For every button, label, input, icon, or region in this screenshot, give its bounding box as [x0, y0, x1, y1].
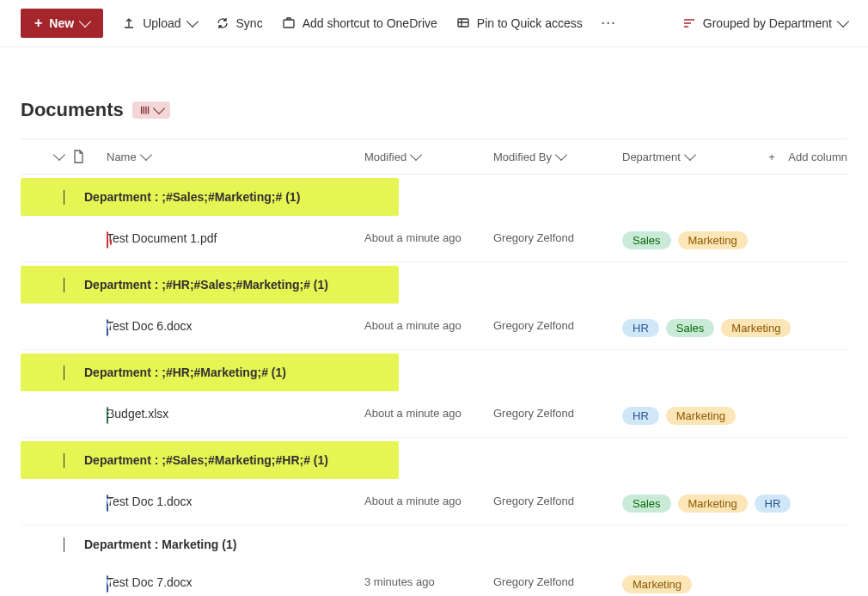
- group-label: Department : ;#HR;#Marketing;# (1): [84, 366, 286, 379]
- file-name[interactable]: Budget.xlsx: [107, 407, 364, 421]
- word-file-icon: [107, 319, 108, 336]
- file-type-cell: [21, 575, 107, 593]
- view-selector[interactable]: [132, 101, 170, 119]
- chevron-down-icon: [79, 15, 91, 28]
- name-column-header[interactable]: Name: [107, 151, 364, 163]
- tag-marketing[interactable]: Marketing: [678, 231, 748, 249]
- view-icon: [139, 104, 151, 116]
- upload-label: Upload: [143, 16, 180, 30]
- chevron-down-icon: [53, 149, 65, 161]
- expand-all-toggle[interactable]: [21, 154, 72, 159]
- file-type-cell: [21, 495, 107, 512]
- file-icon: [72, 150, 84, 163]
- chevron-down-icon: [55, 453, 72, 467]
- list-item[interactable]: Test Doc 7.docx3 minutes agoGregory Zelf…: [21, 563, 847, 596]
- pin-icon: [456, 16, 470, 30]
- sync-label: Sync: [236, 16, 263, 30]
- file-type-cell: [21, 231, 107, 249]
- group-header[interactable]: Department : ;#Sales;#Marketing;# (1): [21, 178, 399, 216]
- pdf-file-icon: [107, 231, 108, 249]
- upload-button[interactable]: Upload: [122, 16, 196, 30]
- group-header[interactable]: Department : ;#Sales;#Marketing;#HR;# (1…: [21, 441, 399, 479]
- tag-sales[interactable]: Sales: [622, 495, 671, 513]
- modified-cell: 3 minutes ago: [364, 575, 493, 588]
- modified-by-cell: Gregory Zelfond: [493, 575, 622, 588]
- modified-cell: About a minute ago: [364, 319, 493, 332]
- add-shortcut-button[interactable]: Add shortcut to OneDrive: [282, 16, 437, 30]
- sync-button[interactable]: Sync: [216, 16, 263, 30]
- tag-marketing[interactable]: Marketing: [721, 319, 791, 337]
- tag-hr[interactable]: HR: [622, 407, 659, 425]
- command-bar: + New Upload Sync Add shortcut to OneDri…: [0, 0, 868, 47]
- file-name[interactable]: Test Doc 7.docx: [107, 575, 364, 589]
- file-name[interactable]: Test Doc 1.docx: [107, 495, 364, 508]
- chevron-down-icon: [555, 149, 567, 161]
- file-type-cell: [21, 407, 107, 424]
- modified-by-cell: Gregory Zelfond: [493, 231, 622, 244]
- add-column-button[interactable]: + Add column: [751, 151, 847, 163]
- modified-cell: About a minute ago: [364, 231, 493, 244]
- sync-icon: [216, 16, 229, 30]
- modified-by-column-header[interactable]: Modified By: [493, 151, 622, 163]
- shortcut-icon: [282, 16, 296, 30]
- group-label: Department : ;#Sales;#Marketing;#HR;# (1…: [84, 453, 328, 467]
- file-name[interactable]: Test Doc 6.docx: [107, 319, 364, 333]
- svg-rect-0: [284, 20, 294, 28]
- plus-icon: +: [34, 15, 42, 31]
- overflow-menu[interactable]: ···: [602, 16, 617, 30]
- grouped-by-label: Grouped by Department: [703, 16, 832, 30]
- chevron-down-icon: [55, 190, 72, 204]
- list-item[interactable]: Test Doc 6.docxAbout a minute agoGregory…: [21, 307, 847, 350]
- department-column-header[interactable]: Department: [622, 151, 751, 163]
- modified-by-cell: Gregory Zelfond: [493, 319, 622, 332]
- group-header[interactable]: Department : ;#HR;#Marketing;# (1): [21, 353, 399, 391]
- group-label: Department : ;#HR;#Sales;#Marketing;# (1…: [84, 278, 328, 292]
- list-item[interactable]: Budget.xlsxAbout a minute agoGregory Zel…: [21, 395, 847, 438]
- department-tags: Marketing: [622, 575, 828, 593]
- word-file-icon: [107, 575, 108, 593]
- tag-marketing[interactable]: Marketing: [678, 495, 748, 513]
- shortcut-label: Add shortcut to OneDrive: [303, 16, 437, 30]
- department-tags: SalesMarketingHR: [622, 495, 828, 513]
- new-button-label: New: [49, 16, 74, 30]
- modified-by-cell: Gregory Zelfond: [493, 495, 622, 507]
- department-tags: SalesMarketing: [622, 231, 828, 249]
- tag-marketing[interactable]: Marketing: [622, 575, 692, 593]
- word-file-icon: [107, 495, 108, 512]
- modified-by-cell: Gregory Zelfond: [493, 407, 622, 420]
- grouped-by-button[interactable]: Grouped by Department: [682, 16, 847, 30]
- group-icon: [682, 16, 696, 30]
- tag-marketing[interactable]: Marketing: [666, 407, 736, 425]
- chevron-down-icon: [837, 15, 849, 28]
- file-type-cell: [21, 319, 107, 336]
- upload-icon: [122, 16, 136, 30]
- list-item[interactable]: Test Doc 1.docxAbout a minute agoGregory…: [21, 482, 847, 525]
- list-item[interactable]: Test Document 1.pdfAbout a minute agoGre…: [21, 219, 847, 262]
- plus-icon: +: [768, 151, 775, 163]
- tag-hr[interactable]: HR: [622, 319, 659, 337]
- group-header[interactable]: Department : Marketing (1): [21, 525, 847, 563]
- file-name[interactable]: Test Document 1.pdf: [107, 231, 364, 245]
- tag-hr[interactable]: HR: [755, 495, 792, 513]
- chevron-down-icon: [55, 366, 72, 379]
- chevron-down-icon: [140, 149, 152, 161]
- chevron-down-icon: [55, 278, 72, 292]
- tag-sales[interactable]: Sales: [622, 231, 671, 249]
- chevron-down-icon: [153, 102, 165, 114]
- modified-cell: About a minute ago: [364, 495, 493, 507]
- new-button[interactable]: + New: [21, 9, 103, 38]
- tag-sales[interactable]: Sales: [666, 319, 715, 337]
- group-label: Department : ;#Sales;#Marketing;# (1): [84, 190, 300, 204]
- department-tags: HRMarketing: [622, 407, 828, 425]
- chevron-down-icon: [410, 149, 422, 161]
- chevron-down-icon: [684, 149, 696, 161]
- group-header[interactable]: Department : ;#HR;#Sales;#Marketing;# (1…: [21, 266, 399, 304]
- pin-button[interactable]: Pin to Quick access: [456, 16, 583, 30]
- modified-column-header[interactable]: Modified: [364, 151, 493, 163]
- document-list: Department : ;#Sales;#Marketing;# (1)Tes…: [21, 178, 847, 596]
- group-label: Department : Marketing (1): [84, 538, 236, 551]
- type-column-header[interactable]: [72, 150, 107, 163]
- chevron-down-icon: [186, 15, 198, 28]
- page-title: Documents: [21, 99, 124, 121]
- pin-label: Pin to Quick access: [477, 16, 583, 30]
